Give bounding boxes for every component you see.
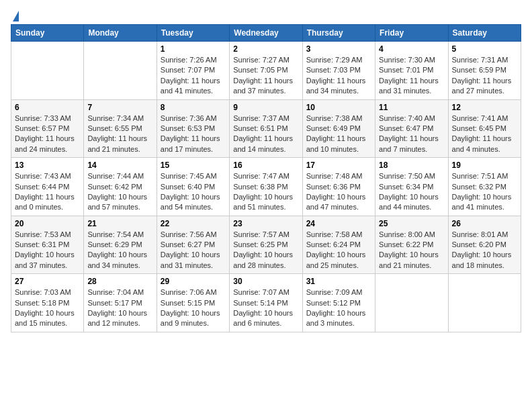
day-number: 12 (452, 103, 517, 112)
daylight-text: Daylight: 11 hours and 17 minutes. (161, 134, 220, 152)
calendar-cell: 5 Sunrise: 7:31 AM Sunset: 6:59 PM Dayli… (448, 42, 521, 100)
day-info: Sunrise: 7:54 AM Sunset: 6:29 PM Dayligh… (87, 230, 152, 271)
daylight-text: Daylight: 10 hours and 18 minutes. (452, 250, 512, 269)
calendar-cell: 30 Sunrise: 7:07 AM Sunset: 5:14 PM Dayl… (230, 274, 302, 332)
sunrise-text: Sunrise: 7:53 AM (15, 230, 71, 238)
sunset-text: Sunset: 6:51 PM (233, 124, 287, 132)
day-info: Sunrise: 7:30 AM Sunset: 7:01 PM Dayligh… (379, 55, 444, 97)
sunset-text: Sunset: 6:34 PM (379, 183, 433, 191)
sunset-text: Sunset: 6:44 PM (15, 183, 69, 191)
calendar-cell: 27 Sunrise: 7:03 AM Sunset: 5:18 PM Dayl… (11, 274, 84, 332)
day-number: 8 (161, 103, 226, 112)
calendar-week-row: 20 Sunrise: 7:53 AM Sunset: 6:31 PM Dayl… (11, 216, 521, 274)
day-number: 5 (452, 44, 517, 54)
calendar-cell: 3 Sunrise: 7:29 AM Sunset: 7:03 PM Dayli… (302, 42, 375, 100)
day-number: 21 (87, 219, 152, 228)
daylight-text: Daylight: 10 hours and 44 minutes. (379, 193, 439, 211)
day-number: 3 (306, 44, 371, 54)
daylight-text: Daylight: 11 hours and 34 minutes. (306, 77, 366, 95)
sunset-text: Sunset: 6:40 PM (161, 183, 215, 191)
daylight-text: Daylight: 10 hours and 37 minutes. (15, 250, 75, 269)
day-number: 15 (161, 161, 226, 170)
calendar-cell: 6 Sunrise: 7:33 AM Sunset: 6:57 PM Dayli… (11, 99, 84, 158)
daylight-text: Daylight: 10 hours and 51 minutes. (233, 193, 293, 211)
sunset-text: Sunset: 6:31 PM (15, 240, 69, 248)
sunrise-text: Sunrise: 7:09 AM (306, 288, 363, 296)
calendar-cell: 16 Sunrise: 7:47 AM Sunset: 6:38 PM Dayl… (230, 158, 302, 216)
sunset-text: Sunset: 6:29 PM (87, 240, 142, 248)
sunset-text: Sunset: 7:05 PM (233, 66, 287, 74)
sunrise-text: Sunrise: 7:56 AM (161, 230, 217, 238)
calendar-cell: 22 Sunrise: 7:56 AM Sunset: 6:27 PM Dayl… (157, 216, 229, 274)
daylight-text: Daylight: 10 hours and 31 minutes. (161, 250, 220, 269)
day-number: 10 (306, 103, 371, 112)
day-info: Sunrise: 7:50 AM Sunset: 6:34 PM Dayligh… (379, 171, 444, 213)
calendar-cell: 26 Sunrise: 8:01 AM Sunset: 6:20 PM Dayl… (448, 216, 521, 274)
sunrise-text: Sunrise: 7:38 AM (306, 114, 363, 122)
day-info: Sunrise: 7:38 AM Sunset: 6:49 PM Dayligh… (306, 113, 371, 155)
calendar-cell: 2 Sunrise: 7:27 AM Sunset: 7:05 PM Dayli… (230, 42, 302, 100)
sunrise-text: Sunrise: 7:29 AM (306, 56, 363, 64)
day-info: Sunrise: 7:51 AM Sunset: 6:32 PM Dayligh… (452, 171, 517, 213)
sunset-text: Sunset: 6:42 PM (87, 183, 142, 191)
calendar-cell (448, 274, 521, 332)
day-info: Sunrise: 7:07 AM Sunset: 5:14 PM Dayligh… (233, 287, 298, 329)
day-number: 20 (15, 219, 80, 228)
day-info: Sunrise: 7:06 AM Sunset: 5:15 PM Dayligh… (161, 287, 226, 329)
sunset-text: Sunset: 6:32 PM (452, 183, 506, 191)
calendar-cell: 15 Sunrise: 7:45 AM Sunset: 6:40 PM Dayl… (157, 158, 229, 216)
day-info: Sunrise: 7:53 AM Sunset: 6:31 PM Dayligh… (15, 230, 80, 271)
day-number: 30 (233, 277, 298, 286)
day-number: 2 (233, 44, 298, 54)
calendar-week-row: 1 Sunrise: 7:26 AM Sunset: 7:07 PM Dayli… (11, 42, 521, 100)
sunset-text: Sunset: 6:49 PM (306, 124, 361, 132)
weekday-header-cell: Saturday (448, 25, 521, 42)
day-info: Sunrise: 7:34 AM Sunset: 6:55 PM Dayligh… (87, 113, 152, 155)
daylight-text: Daylight: 10 hours and 47 minutes. (306, 193, 366, 211)
sunset-text: Sunset: 6:45 PM (452, 124, 506, 132)
daylight-text: Daylight: 11 hours and 27 minutes. (452, 77, 512, 95)
day-number: 14 (87, 161, 152, 170)
logo (11, 11, 19, 17)
sunrise-text: Sunrise: 7:07 AM (233, 288, 290, 296)
day-info: Sunrise: 7:57 AM Sunset: 6:25 PM Dayligh… (233, 230, 298, 271)
day-number: 28 (87, 277, 152, 286)
calendar-cell: 12 Sunrise: 7:41 AM Sunset: 6:45 PM Dayl… (448, 99, 521, 158)
day-number: 22 (161, 219, 226, 228)
sunset-text: Sunset: 6:59 PM (452, 66, 506, 74)
calendar-table: SundayMondayTuesdayWednesdayThursdayFrid… (11, 24, 521, 332)
calendar-cell: 19 Sunrise: 7:51 AM Sunset: 6:32 PM Dayl… (448, 158, 521, 216)
day-info: Sunrise: 7:31 AM Sunset: 6:59 PM Dayligh… (452, 55, 517, 97)
day-number: 7 (87, 103, 152, 112)
sunrise-text: Sunrise: 7:04 AM (87, 288, 144, 296)
sunrise-text: Sunrise: 7:47 AM (233, 172, 290, 180)
sunset-text: Sunset: 6:22 PM (379, 240, 433, 248)
calendar-cell: 25 Sunrise: 8:00 AM Sunset: 6:22 PM Dayl… (375, 216, 448, 274)
sunrise-text: Sunrise: 7:48 AM (306, 172, 363, 180)
day-number: 11 (379, 103, 444, 112)
weekday-header-cell: Friday (375, 25, 448, 42)
sunset-text: Sunset: 6:27 PM (161, 240, 215, 248)
daylight-text: Daylight: 11 hours and 7 minutes. (379, 134, 439, 152)
day-info: Sunrise: 7:40 AM Sunset: 6:47 PM Dayligh… (379, 113, 444, 155)
daylight-text: Daylight: 10 hours and 12 minutes. (87, 309, 147, 327)
weekday-header-cell: Wednesday (230, 25, 302, 42)
day-number: 18 (379, 161, 444, 170)
day-info: Sunrise: 7:41 AM Sunset: 6:45 PM Dayligh… (452, 113, 517, 155)
day-info: Sunrise: 8:00 AM Sunset: 6:22 PM Dayligh… (379, 230, 444, 271)
weekday-header-cell: Sunday (11, 25, 84, 42)
sunrise-text: Sunrise: 7:45 AM (161, 172, 217, 180)
sunset-text: Sunset: 6:36 PM (306, 183, 361, 191)
daylight-text: Daylight: 11 hours and 41 minutes. (161, 77, 220, 95)
sunset-text: Sunset: 7:03 PM (306, 66, 361, 74)
daylight-text: Daylight: 11 hours and 37 minutes. (233, 77, 293, 95)
weekday-header-cell: Thursday (302, 25, 375, 42)
calendar-week-row: 27 Sunrise: 7:03 AM Sunset: 5:18 PM Dayl… (11, 274, 521, 332)
sunrise-text: Sunrise: 7:31 AM (452, 56, 508, 64)
calendar-cell: 24 Sunrise: 7:58 AM Sunset: 6:24 PM Dayl… (302, 216, 375, 274)
day-info: Sunrise: 7:36 AM Sunset: 6:53 PM Dayligh… (161, 113, 226, 155)
day-number: 19 (452, 161, 517, 170)
logo-triangle-icon (13, 11, 19, 21)
day-number: 29 (161, 277, 226, 286)
sunset-text: Sunset: 6:53 PM (161, 124, 215, 132)
